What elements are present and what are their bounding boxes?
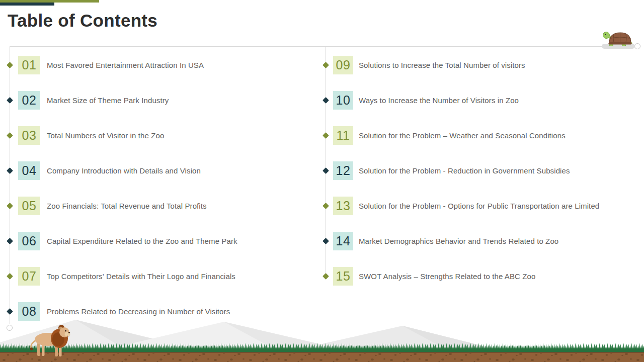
- toc-item[interactable]: 03 Total Numbers of Visitor in the Zoo: [10, 126, 316, 145]
- toc-item-label: Zoo Financials: Total Revenue and Total …: [47, 202, 207, 210]
- bottom-scene: [0, 297, 644, 362]
- toc-item[interactable]: 11 Solution for the Problem – Weather an…: [326, 126, 637, 145]
- toc-item[interactable]: 13 Solution for the Problem - Options fo…: [326, 197, 637, 215]
- toc-item-label: Market Size of Theme Park Industry: [47, 96, 169, 105]
- toc-item[interactable]: 12 Solution for the Problem - Reduction …: [326, 161, 637, 180]
- toc-item-number: 15: [333, 267, 353, 286]
- toc-item-number: 01: [18, 56, 40, 74]
- toc-item[interactable]: 15 SWOT Analysis – Strengths Related to …: [326, 267, 637, 286]
- diamond-bullet-icon: [323, 97, 329, 104]
- toc-item[interactable]: 06 Capital Expenditure Related to the Zo…: [10, 232, 316, 250]
- diamond-bullet-icon: [323, 167, 329, 174]
- toc-item[interactable]: 07 Top Competitors' Details with Their L…: [10, 267, 316, 286]
- toc-item[interactable]: 14 Market Demographics Behavior and Tren…: [326, 232, 637, 250]
- diamond-bullet-icon: [7, 238, 13, 244]
- diamond-bullet-icon: [7, 273, 13, 280]
- toc-item-number: 10: [333, 91, 353, 110]
- toc-item-number: 11: [333, 126, 353, 145]
- page-title: Table of Contents: [8, 11, 157, 31]
- toc-item-label: Solution for the Problem - Reduction in …: [359, 166, 570, 175]
- toc-item[interactable]: 02 Market Size of Theme Park Industry: [10, 91, 316, 110]
- toc-column-left: 01 Most Favored Entertainment Attraction…: [10, 56, 316, 337]
- slide-table-of-contents: Table of Contents 01 Most Favored Entert…: [0, 0, 644, 362]
- toc-item-label: Total Numbers of Visitor in the Zoo: [47, 131, 164, 140]
- diamond-bullet-icon: [323, 62, 329, 68]
- toc-item-number: 06: [18, 232, 40, 250]
- toc-item[interactable]: 04 Company Introduction with Details and…: [10, 161, 316, 180]
- toc-item-label: Solutions to Increase the Total Number o…: [359, 61, 525, 69]
- frame-line-top: [10, 46, 635, 47]
- toc-item-label: Ways to Increase the Number of Visitors …: [359, 96, 519, 105]
- toc-item-number: 09: [333, 56, 353, 74]
- toc-item-number: 14: [333, 232, 353, 250]
- toc-item[interactable]: 10 Ways to Increase the Number of Visito…: [326, 91, 637, 110]
- diamond-bullet-icon: [323, 132, 329, 139]
- toc-item-number: 03: [18, 126, 40, 145]
- toc-item-label: Top Competitors' Details with Their Logo…: [47, 272, 235, 281]
- diamond-bullet-icon: [7, 203, 13, 209]
- toc-item-number: 05: [18, 197, 40, 215]
- diamond-bullet-icon: [7, 132, 13, 139]
- toc-item-label: Solution for the Problem - Options for P…: [359, 202, 599, 210]
- toc-column-right: 09 Solutions to Increase the Total Numbe…: [326, 56, 637, 302]
- toc-item-label: SWOT Analysis – Strengths Related to the…: [359, 272, 535, 281]
- line-end-circle-right: [634, 43, 640, 49]
- toc-item-label: Most Favored Entertainment Attraction In…: [47, 61, 204, 69]
- toc-item-number: 02: [18, 91, 40, 110]
- toc-item-number: 12: [333, 161, 353, 180]
- diamond-bullet-icon: [7, 97, 13, 104]
- diamond-bullet-icon: [7, 62, 13, 68]
- diamond-bullet-icon: [7, 167, 13, 174]
- toc-item-label: Company Introduction with Details and Vi…: [47, 166, 201, 175]
- toc-item-label: Solution for the Problem – Weather and S…: [359, 131, 566, 140]
- turtle-icon: [602, 30, 633, 46]
- toc-item[interactable]: 05 Zoo Financials: Total Revenue and Tot…: [10, 197, 316, 215]
- toc-item-number: 07: [18, 267, 40, 286]
- accent-bar-navy: [0, 3, 54, 6]
- diamond-bullet-icon: [323, 238, 329, 244]
- toc-item-number: 13: [333, 197, 353, 215]
- toc-item-label: Market Demographics Behavior and Trends …: [359, 237, 558, 245]
- toc-item-number: 04: [18, 161, 40, 180]
- toc-item[interactable]: 01 Most Favored Entertainment Attraction…: [10, 56, 316, 74]
- toc-item-label: Capital Expenditure Related to the Zoo a…: [47, 237, 237, 245]
- diamond-bullet-icon: [323, 273, 329, 280]
- diamond-bullet-icon: [323, 203, 329, 209]
- toc-item[interactable]: 09 Solutions to Increase the Total Numbe…: [326, 56, 637, 74]
